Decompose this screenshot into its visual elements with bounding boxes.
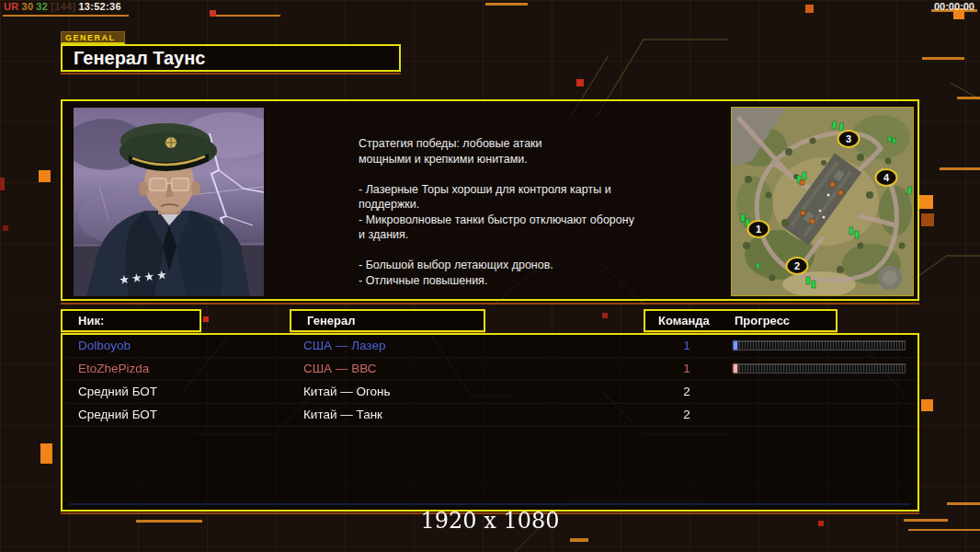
team-header-label: Команда	[658, 311, 710, 330]
map-start-position-4: 4	[883, 172, 890, 183]
player-row: Средний БОТ Китай — Огонь 2	[63, 381, 917, 404]
player-nick: Dolboyob	[78, 339, 131, 352]
map-preview: 1 2 3 4	[731, 107, 914, 296]
player-general: США — Лазер	[303, 339, 385, 352]
debug-value-1: 30	[22, 1, 34, 12]
debug-clock: 13:52:36	[78, 1, 120, 12]
general-header-label: Генерал	[307, 314, 355, 328]
player-row: Средний БОТ Китай — Танк 2	[63, 404, 917, 427]
column-header-team-progress: Команда Прогресс	[644, 309, 838, 332]
player-nick: EtoZhePizda	[78, 362, 149, 375]
player-team: 1	[673, 362, 701, 375]
player-general: Китай — Огонь	[303, 385, 391, 398]
debug-label: UR	[4, 1, 19, 12]
loading-screen: UR3032[144]13:52:36 00:00:00 GENERAL Ген…	[0, 0, 980, 552]
general-info-panel: ★★★★ Стратегия победы: лобовые атаки мощ…	[61, 99, 919, 301]
general-portrait: ★★★★	[74, 108, 264, 296]
player-table: Dolboyob США — Лазер 1 EtoZhePizda США —…	[61, 333, 919, 512]
player-team: 1	[673, 339, 701, 352]
column-header-nick: Ник:	[61, 309, 201, 332]
player-row: Dolboyob США — Лазер 1	[63, 335, 917, 358]
general-name: Генерал Таунс	[63, 46, 399, 70]
nick-header-label: Ник:	[78, 314, 104, 328]
strategy-text: Стратегия победы: лобовые атаки мощными …	[359, 136, 667, 288]
progress-fill	[734, 341, 737, 350]
player-progress-bar	[733, 363, 906, 374]
match-timer: 00:00:00	[934, 1, 974, 12]
map-start-position-1: 1	[756, 224, 761, 235]
player-nick: Средний БОТ	[78, 408, 157, 421]
general-tag: GENERAL	[61, 31, 125, 44]
player-team: 2	[673, 385, 701, 398]
debug-readout: UR3032[144]13:52:36	[4, 1, 124, 12]
column-header-general: Генерал	[290, 309, 485, 332]
player-general: Китай — Танк	[303, 408, 382, 421]
player-row: EtoZhePizda США — ВВС 1	[63, 358, 917, 381]
map-start-position-3: 3	[846, 133, 851, 144]
player-team: 2	[673, 408, 701, 421]
map-start-position-2: 2	[794, 260, 800, 271]
progress-header-label: Прогресс	[735, 311, 790, 330]
debug-bracket: [144]	[51, 1, 75, 12]
debug-value-2: 32	[36, 1, 48, 12]
panel-bottom-line	[70, 503, 910, 505]
player-nick: Средний БОТ	[78, 385, 157, 398]
player-general: США — ВВС	[303, 362, 376, 375]
player-progress-bar	[733, 340, 906, 351]
general-title-box: Генерал Таунс	[61, 44, 401, 72]
resolution-label: 1920 x 1080	[0, 508, 980, 534]
progress-fill	[734, 364, 737, 373]
